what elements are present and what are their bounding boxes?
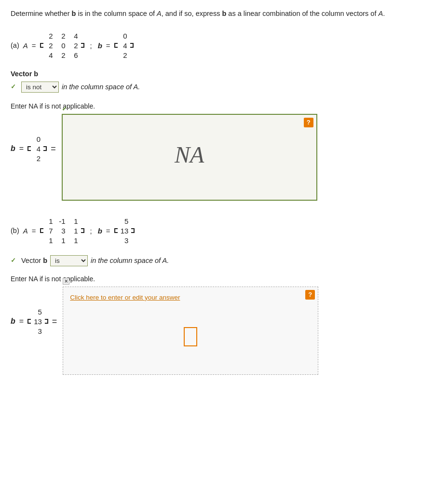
vector-b-grid: 0 4 2 — [120, 30, 128, 61]
part-b-label: (b) — [11, 227, 19, 234]
part-a-answer-section: b = 0 4 2 = ✓ ? NA — [11, 114, 437, 201]
matrix-bracket-right — [81, 43, 84, 48]
part-b-orange-rect — [184, 327, 197, 346]
problem-text-2: is in the column space of — [76, 10, 157, 17]
part-b-answer-vector-b: 5 13 3 — [27, 306, 48, 337]
part-a-enter-na: Enter NA if is not applicable. — [11, 102, 437, 110]
part-b-section: (b) A = 1 -1 1 7 3 1 1 1 1 ; b = — [11, 215, 437, 375]
part-b-vector-b: 5 13 3 — [114, 215, 135, 247]
part-a-label: (a) — [11, 41, 19, 49]
part-b-click-link-wrap: Click here to enter or edit your answer — [67, 291, 314, 303]
part-a-checkmark-icon: ✓ — [11, 83, 18, 91]
part-a-dropdown-wrap: ✓ is is not in the column space of A. — [11, 82, 140, 93]
part-b-answer-section: b = 5 13 3 = × ? Click here to enter or … — [11, 287, 437, 375]
part-b-column-space-text: in the column space of A. — [91, 257, 169, 264]
part-a-A-label: A — [23, 41, 28, 50]
part-a-answer-box-container: ✓ ? NA — [62, 114, 437, 201]
part-b-answer-top-x[interactable]: × — [63, 278, 69, 285]
vector-bracket-left — [114, 43, 118, 48]
problem-A-2: A — [378, 10, 383, 17]
part-a-vector-b: 0 4 2 — [114, 30, 134, 61]
part-b-answer-content — [67, 303, 314, 370]
part-b-b-label: b — [98, 227, 102, 235]
part-a-matrix-A: 2 2 4 2 0 2 4 2 6 — [40, 30, 84, 61]
problem-A-1: A — [157, 10, 162, 17]
part-a-vector-b-label: Vector b — [11, 70, 437, 78]
part-b-help-button[interactable]: ? — [305, 290, 315, 300]
part-b-answer-left: b = 5 13 3 = — [11, 306, 57, 337]
part-b-A-label: A — [23, 227, 28, 235]
part-a-answer-content: NA — [67, 119, 312, 191]
part-a-answer-left: b = 0 4 2 = — [11, 133, 56, 165]
problem-text-3: , and if so, express — [162, 10, 222, 17]
part-a-matrix-line: (a) A = 2 2 4 2 0 2 4 2 6 ; b = 0 4 2 — [11, 30, 437, 61]
part-a-b-label: b — [98, 41, 102, 50]
part-b-dropdown-wrap: ✓ Vector b is is not in the column space… — [11, 255, 169, 266]
part-a-help-button[interactable]: ? — [304, 118, 313, 127]
problem-text-1: Determine whether — [11, 10, 72, 17]
part-a-dropdown[interactable]: is is not — [21, 82, 59, 93]
part-b-dropdown[interactable]: is is not — [50, 255, 88, 266]
problem-b-2: b — [222, 10, 226, 17]
part-a-na-text: NA — [175, 141, 204, 168]
part-b-vector-b-label: Vector b — [21, 257, 47, 264]
problem-text-5: . — [383, 10, 385, 17]
part-b-answer-box-container: × ? Click here to enter or edit your ans… — [63, 287, 437, 375]
problem-text-4: as a linear combination of the column ve… — [226, 10, 378, 17]
part-b-enter-na: Enter NA if is not applicable. — [11, 275, 437, 283]
problem-statement: Determine whether b is in the column spa… — [11, 9, 437, 19]
part-a-b-vector-label: b — [11, 144, 15, 153]
part-b-vector-b-section: ✓ Vector b is is not in the column space… — [11, 255, 437, 270]
matrix-A-grid: 2 2 4 2 0 2 4 2 6 — [45, 30, 79, 61]
part-a-answer-top-checkmark: ✓ — [62, 105, 67, 112]
vector-bracket-right — [130, 43, 134, 48]
part-b-answer-box[interactable]: ? Click here to enter or edit your answe… — [63, 287, 318, 375]
part-b-click-link[interactable]: Click here to enter or edit your answer — [70, 294, 180, 301]
part-a-column-space-text: in the column space of A. — [62, 83, 140, 91]
part-b-checkmark-icon: ✓ — [11, 257, 18, 264]
part-a-answer-vector-b: 0 4 2 — [27, 133, 47, 165]
part-a-vector-b-section: Vector b ✓ is is not in the column space… — [11, 70, 437, 97]
part-b-matrix-line: (b) A = 1 -1 1 7 3 1 1 1 1 ; b = — [11, 215, 437, 247]
part-b-matrix-A: 1 -1 1 7 3 1 1 1 1 — [40, 215, 84, 247]
matrix-bracket-left — [40, 43, 43, 48]
part-a-answer-box[interactable]: ? NA — [62, 114, 317, 201]
part-b-b-vector-label: b — [11, 317, 15, 326]
